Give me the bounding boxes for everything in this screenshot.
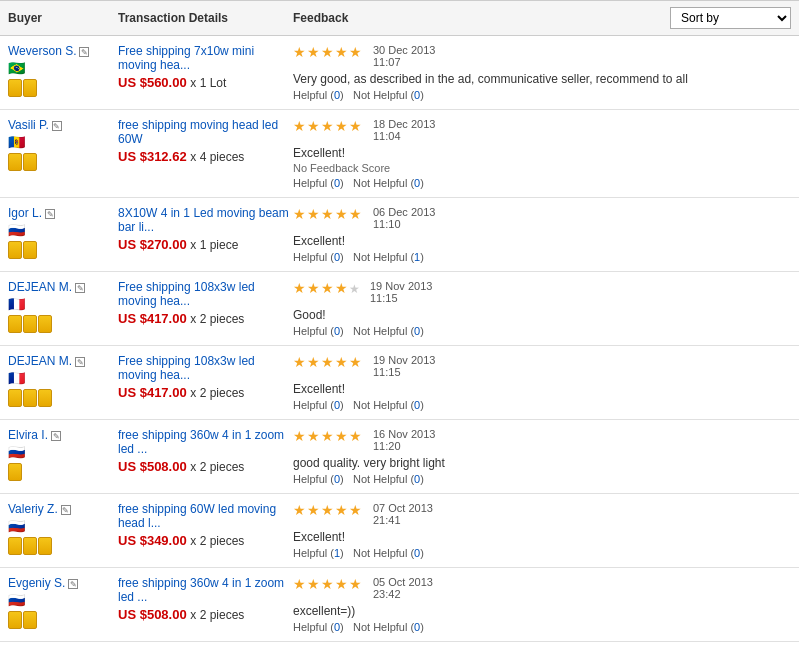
buyer-name-link[interactable]: Evgeniy S. — [8, 576, 65, 590]
buyer-name-link[interactable]: DEJEAN M. — [8, 280, 72, 294]
gold-medal — [8, 389, 22, 407]
transaction-link[interactable]: free shipping moving head led 60W — [118, 118, 278, 146]
buyer-name-link[interactable]: Vasili P. — [8, 118, 49, 132]
price-value: US $508.00 — [118, 607, 187, 622]
helpful-label: Helpful — [293, 621, 327, 633]
buyer-name-link[interactable]: Elvira I. — [8, 428, 48, 442]
star-filled: ★ — [349, 44, 363, 60]
gold-medal — [23, 537, 37, 555]
star-filled: ★ — [335, 280, 349, 296]
star-rating: ★★★★★ — [293, 44, 363, 60]
edit-icon: ✎ — [52, 121, 62, 131]
not-helpful-count-link[interactable]: 0 — [414, 547, 420, 559]
feedback-time: 11:07 — [373, 56, 435, 68]
transaction-cell: Free shipping 108x3w led moving hea...US… — [118, 354, 293, 400]
star-empty: ★ — [349, 282, 360, 296]
helpful-count-link[interactable]: 0 — [334, 177, 340, 189]
transaction-cell: 8X10W 4 in 1 Led moving beam bar li...US… — [118, 206, 293, 252]
helpful-row: Helpful (0) Not Helpful (0) — [293, 89, 791, 101]
transaction-price: US $312.62 x 4 pieces — [118, 149, 293, 164]
buyer-cell: Vasili P.✎🇲🇩 — [8, 118, 118, 174]
helpful-count-link[interactable]: 0 — [334, 621, 340, 633]
transaction-link[interactable]: Free shipping 7x10w mini moving hea... — [118, 44, 254, 72]
sort-select[interactable]: Sort byNewest FirstOldest FirstPositive … — [670, 7, 791, 29]
gold-medal — [23, 241, 37, 259]
buyer-cell: Igor L.✎🇷🇺 — [8, 206, 118, 262]
helpful-row: Helpful (0) Not Helpful (0) — [293, 399, 791, 411]
gold-medal — [8, 79, 22, 97]
buyer-name-link[interactable]: Weverson S. — [8, 44, 76, 58]
helpful-row: Helpful (0) Not Helpful (0) — [293, 473, 791, 485]
not-helpful-label: Not Helpful — [353, 325, 407, 337]
helpful-count-link[interactable]: 0 — [334, 399, 340, 411]
helpful-count-link[interactable]: 0 — [334, 325, 340, 337]
table-row: Elvira I.✎🇷🇺free shipping 360w 4 in 1 zo… — [0, 420, 799, 494]
table-row: Valeriy Z.✎🇷🇺free shipping 60W led movin… — [0, 494, 799, 568]
helpful-label: Helpful — [293, 399, 327, 411]
buyer-medals — [8, 315, 118, 336]
helpful-label: Helpful — [293, 251, 327, 263]
sort-by-container[interactable]: Sort byNewest FirstOldest FirstPositive … — [670, 7, 791, 29]
star-rating: ★★★★★ — [293, 280, 360, 296]
star-filled: ★ — [349, 206, 363, 222]
buyer-medals — [8, 389, 118, 410]
date-block: 07 Oct 201321:41 — [373, 502, 433, 526]
stars-date-row: ★★★★★07 Oct 201321:41 — [293, 502, 791, 526]
quantity-value: x 2 pieces — [190, 534, 244, 548]
star-filled: ★ — [321, 354, 335, 370]
feedback-cell: ★★★★★05 Oct 201323:42excellent=))Helpful… — [293, 576, 791, 633]
transaction-link[interactable]: free shipping 360w 4 in 1 zoom led ... — [118, 428, 284, 456]
gold-medal — [8, 241, 22, 259]
transaction-link[interactable]: free shipping 60W led moving head l... — [118, 502, 276, 530]
helpful-count-link[interactable]: 0 — [334, 251, 340, 263]
star-filled: ★ — [335, 118, 349, 134]
not-helpful-count-link[interactable]: 0 — [414, 89, 420, 101]
buyer-name-link[interactable]: DEJEAN M. — [8, 354, 72, 368]
col-header-buyer: Buyer — [8, 11, 118, 25]
buyer-name-link[interactable]: Igor L. — [8, 206, 42, 220]
helpful-label: Helpful — [293, 473, 327, 485]
buyer-name-link[interactable]: Valeriy Z. — [8, 502, 58, 516]
feedback-time: 11:04 — [373, 130, 435, 142]
feedback-cell: ★★★★★19 Nov 201311:15Good!Helpful (0) No… — [293, 280, 791, 337]
transaction-link[interactable]: 8X10W 4 in 1 Led moving beam bar li... — [118, 206, 289, 234]
helpful-count-link[interactable]: 0 — [334, 89, 340, 101]
star-filled: ★ — [349, 118, 363, 134]
not-helpful-count-link[interactable]: 0 — [414, 399, 420, 411]
table-row: Weverson S.✎🇧🇷Free shipping 7x10w mini m… — [0, 36, 799, 110]
not-helpful-count-link[interactable]: 0 — [414, 621, 420, 633]
buyer-medals — [8, 79, 118, 100]
star-filled: ★ — [307, 428, 321, 444]
feedback-date: 19 Nov 2013 — [373, 354, 435, 366]
gold-medal — [23, 389, 37, 407]
transaction-link[interactable]: Free shipping 108x3w led moving hea... — [118, 280, 255, 308]
feedback-text: Very good, as described in the ad, commu… — [293, 72, 791, 86]
feedback-time: 21:41 — [373, 514, 433, 526]
star-filled: ★ — [321, 280, 335, 296]
star-filled: ★ — [307, 576, 321, 592]
not-helpful-count-link[interactable]: 0 — [414, 325, 420, 337]
buyer-cell: DEJEAN M.✎🇫🇷 — [8, 354, 118, 410]
gold-medal — [23, 153, 37, 171]
stars-date-row: ★★★★★30 Dec 201311:07 — [293, 44, 791, 68]
helpful-count-link[interactable]: 0 — [334, 473, 340, 485]
buyer-flag: 🇧🇷 — [8, 60, 118, 76]
helpful-count-link[interactable]: 1 — [334, 547, 340, 559]
star-filled: ★ — [293, 280, 307, 296]
helpful-row: Helpful (1) Not Helpful (0) — [293, 547, 791, 559]
transaction-cell: free shipping 60W led moving head l...US… — [118, 502, 293, 548]
table-row: DEJEAN M.✎🇫🇷Free shipping 108x3w led mov… — [0, 272, 799, 346]
feedback-score: No Feedback Score — [293, 162, 791, 174]
star-filled: ★ — [335, 502, 349, 518]
transaction-link[interactable]: free shipping 360w 4 in 1 zoom led ... — [118, 576, 284, 604]
not-helpful-label: Not Helpful — [353, 177, 407, 189]
buyer-flag: 🇫🇷 — [8, 296, 118, 312]
not-helpful-count-link[interactable]: 0 — [414, 473, 420, 485]
not-helpful-count-link[interactable]: 1 — [414, 251, 420, 263]
feedback-cell: ★★★★★16 Nov 201311:20good quality. very … — [293, 428, 791, 485]
buyer-flag: 🇷🇺 — [8, 444, 118, 460]
gold-medal — [38, 389, 52, 407]
date-block: 18 Dec 201311:04 — [373, 118, 435, 142]
transaction-link[interactable]: Free shipping 108x3w led moving hea... — [118, 354, 255, 382]
not-helpful-count-link[interactable]: 0 — [414, 177, 420, 189]
